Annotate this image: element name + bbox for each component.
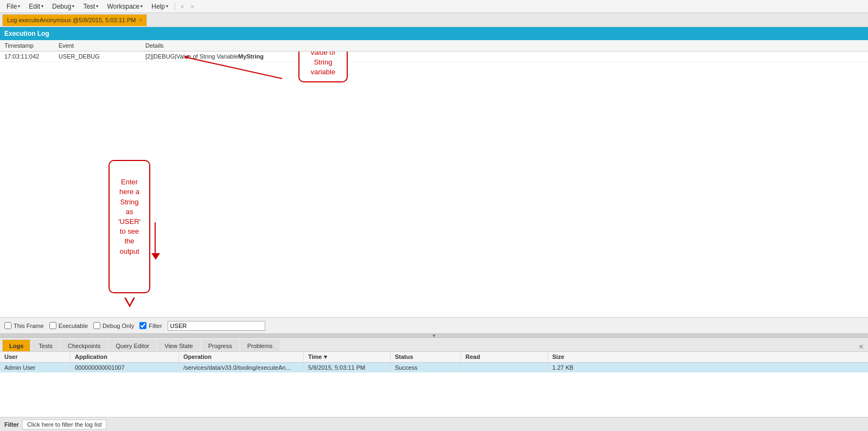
log-event: USER_DEBUG [54,52,141,61]
this-frame-label: This Frame [14,323,44,329]
nav-back-button[interactable]: < [177,2,187,11]
bottom-filter-bar: Filter Click here to filter the log list [0,417,868,431]
bl-col-status: Status [391,352,461,362]
filter-group: Filter [139,322,162,329]
log-rows: 17:03:11:042 USER_DEBUG [2]|DEBUG|Value … [0,52,868,317]
tab-checkpoints[interactable]: Checkpoints [61,339,108,351]
tab-logs[interactable]: Logs [2,339,30,351]
debug-only-label: Debug Only [103,323,134,329]
bl-col-time: Time ▾ [304,352,391,362]
tab-label: Log executeAnonymous @5/8/2015, 5:03:11 … [7,17,136,23]
chevron-down-icon: ▾ [41,4,43,9]
filter-icon-label: Filter [4,421,19,428]
executable-checkbox[interactable] [49,322,56,329]
bl-status: Success [391,363,461,372]
menu-workspace[interactable]: Workspace ▾ [103,2,147,11]
filter-label: Filter [149,323,162,329]
bl-col-app: Application [71,352,179,362]
bl-col-user: User [0,352,71,362]
bottom-log-row[interactable]: Admin User 000000000001007 /services/dat… [0,363,868,372]
tab-tests[interactable]: Tests [31,339,60,351]
tab-bar: Log executeAnonymous @5/8/2015, 5:03:11 … [0,13,868,27]
log-row: 17:03:11:042 USER_DEBUG [2]|DEBUG|Value … [0,52,868,62]
nav-forward-button[interactable]: > [187,2,197,11]
bl-op: /services/data/v33.0/tooling/executeAn..… [179,363,304,372]
filter-checkbox[interactable] [139,322,146,329]
chevron-down-icon: ▾ [72,4,74,9]
bl-time: 5/8/2015, 5:03:11 PM [304,363,391,372]
chevron-down-icon: ▾ [18,4,20,9]
executable-label: Executable [59,323,88,329]
bottom-log-area: User Application Operation Time ▾ Status… [0,352,868,417]
chevron-down-icon: ▾ [141,4,143,9]
debug-only-group: Debug Only [93,322,134,329]
col-header-event: Event [54,41,141,50]
tab-progress[interactable]: Progress [201,339,239,351]
this-frame-group: This Frame [4,322,44,329]
bl-col-op: Operation [179,352,304,362]
main-area: Execution Log Timestamp Event Details 17… [0,27,868,431]
bl-user: Admin User [0,363,71,372]
bl-app: 000000000001007 [71,363,179,372]
bottom-tabs: Logs Tests Checkpoints Query Editor View… [0,338,868,352]
log-timestamp: 17:03:11:042 [0,52,54,61]
bl-col-size: Size [548,352,868,362]
tab-close-button[interactable]: × [139,17,142,23]
col-header-details: Details [141,41,868,50]
menu-file[interactable]: File ▾ [2,2,24,11]
debug-only-checkbox[interactable] [93,322,100,329]
menu-edit[interactable]: Edit ▾ [24,2,48,11]
menu-help[interactable]: Help ▾ [147,2,173,11]
annotation-bottom-bubble: Enter here a String as 'USER' to see the… [108,160,150,293]
expand-button[interactable]: ⇱ [857,343,866,351]
chevron-down-icon: ▾ [166,4,168,9]
bottom-divider: ▼ [0,333,868,338]
filter-input[interactable] [168,321,265,331]
chevron-down-icon: ▾ [96,4,98,9]
bl-col-read: Read [461,352,548,362]
executable-group: Executable [49,322,88,329]
tab-query-editor[interactable]: Query Editor [109,339,157,351]
menu-separator [175,2,175,11]
menu-test[interactable]: Test ▾ [79,2,103,11]
col-header-timestamp: Timestamp [0,41,54,50]
active-tab[interactable]: Log executeAnonymous @5/8/2015, 5:03:11 … [2,14,147,26]
bl-size: 1.27 KB [548,363,868,372]
menu-bar: File ▾ Edit ▾ Debug ▾ Test ▾ Workspace ▾… [0,0,868,13]
this-frame-checkbox[interactable] [4,322,11,329]
tab-view-state[interactable]: View State [157,339,200,351]
execution-log-header: Execution Log [0,27,868,40]
filter-bar: This Frame Executable Debug Only Filter [0,317,868,333]
execution-log-area: Execution Log Timestamp Event Details 17… [0,27,868,317]
menu-debug[interactable]: Debug ▾ [48,2,79,11]
log-details: [2]|DEBUG|Value of String VariableMyStri… [141,52,868,61]
bl-read [461,363,548,372]
filter-log-list-link[interactable]: Click here to filter the log list [22,420,107,429]
bottom-log-header: User Application Operation Time ▾ Status… [0,352,868,363]
log-table-header: Timestamp Event Details [0,40,868,52]
tab-problems[interactable]: Problems [240,339,279,351]
